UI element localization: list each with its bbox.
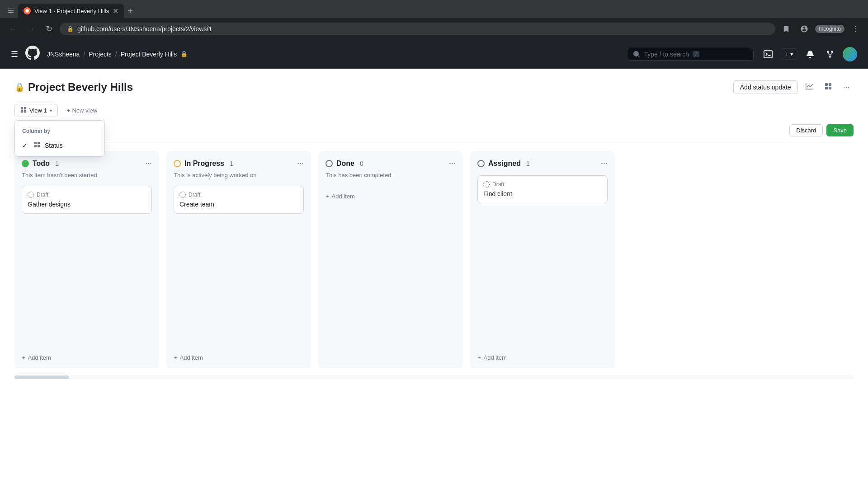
done-column-description: This has been completed	[326, 172, 456, 178]
search-placeholder: Type / to search	[644, 51, 689, 58]
todo-column-menu-button[interactable]: ···	[145, 159, 152, 168]
terminal-icon[interactable]	[761, 47, 775, 61]
assigned-column: Assigned 1 ··· Draft Find client + Add i…	[470, 151, 615, 368]
assigned-status-dot	[477, 160, 485, 167]
assigned-add-item-button[interactable]: + Add item	[477, 351, 608, 361]
active-tab[interactable]: View 1 · Project Beverly Hills ✕	[18, 4, 124, 18]
search-kbd-hint: /	[693, 51, 699, 57]
back-button[interactable]: ←	[5, 22, 20, 36]
breadcrumb-sep2: /	[115, 51, 117, 58]
search-icon	[633, 51, 640, 58]
menu-button[interactable]	[848, 22, 863, 36]
done-column-title: Done	[336, 160, 354, 168]
new-view-button[interactable]: + New view	[61, 105, 103, 116]
inprogress-column-title: In Progress	[184, 160, 224, 168]
view-tab-container: View 1 ▾ Column by ✓ Status	[14, 104, 58, 117]
breadcrumb-lock-icon: 🔒	[180, 51, 188, 57]
filter-bar: Discard Save	[14, 124, 854, 142]
assigned-card-0-draft-badge: Draft	[483, 181, 602, 188]
todo-column-description: This item hasn't been started	[22, 172, 152, 178]
assigned-add-icon: +	[477, 354, 481, 361]
done-add-item-button[interactable]: + Add item	[326, 189, 456, 200]
assigned-card-0[interactable]: Draft Find client	[477, 175, 608, 203]
add-status-button[interactable]: Add status update	[733, 80, 798, 94]
fork-button[interactable]	[823, 47, 837, 61]
view-1-tab[interactable]: View 1 ▾	[14, 104, 58, 117]
project-board: Todo 1 ··· This item hasn't been started…	[14, 151, 854, 375]
inprogress-add-label: Add item	[180, 354, 203, 361]
dropdown-status-label: Status	[45, 142, 63, 149]
plus-label: +	[785, 51, 788, 57]
scrollbar-thumb[interactable]	[14, 375, 69, 379]
notifications-button[interactable]	[803, 47, 817, 61]
address-bar[interactable]: 🔒 github.com/users/JNSsheena/projects/2/…	[60, 23, 775, 35]
discard-button[interactable]: Discard	[789, 124, 823, 136]
todo-card-0[interactable]: Draft Gather designs	[22, 186, 152, 214]
inprogress-column: In Progress 1 ··· This is actively being…	[166, 151, 311, 368]
breadcrumb-user[interactable]: JNSsheena	[47, 51, 80, 58]
todo-column-header: Todo 1 ···	[22, 159, 152, 168]
url-text: github.com/users/JNSsheena/projects/2/vi…	[77, 25, 212, 33]
incognito-badge: Incognito	[815, 25, 844, 33]
new-view-plus-icon: +	[67, 107, 71, 114]
hamburger-menu-button[interactable]: ☰	[11, 49, 18, 59]
view-tab-icon	[20, 107, 27, 114]
inprogress-add-item-button[interactable]: + Add item	[174, 351, 304, 361]
breadcrumb-project: Project Beverly Hills	[121, 51, 177, 58]
done-column-header: Done 0 ···	[326, 159, 456, 168]
inprogress-column-count: 1	[230, 160, 233, 167]
dropdown-status-item[interactable]: ✓ Status	[15, 138, 104, 153]
bookmark-button[interactable]	[779, 22, 793, 36]
check-icon: ✓	[22, 142, 29, 149]
tab-close-button[interactable]: ✕	[113, 7, 118, 15]
filter-input[interactable]	[25, 125, 786, 136]
tab-list-button[interactable]	[4, 4, 18, 18]
todo-column-title: Todo	[33, 160, 50, 168]
todo-add-item-button[interactable]: + Add item	[22, 351, 152, 361]
svg-point-2	[855, 28, 856, 29]
inprogress-card-0-draft-label: Draft	[189, 192, 200, 198]
draft-icon	[28, 192, 34, 198]
global-search[interactable]: Type / to search /	[627, 48, 754, 61]
inprogress-column-menu-button[interactable]: ···	[297, 159, 304, 168]
done-column: Done 0 ··· This has been completed + Add…	[318, 151, 463, 368]
status-field-icon	[34, 141, 40, 149]
column-by-dropdown: Column by ✓ Status	[14, 120, 105, 157]
todo-card-0-draft-label: Draft	[37, 192, 48, 198]
breadcrumb: JNSsheena / Projects / Project Beverly H…	[47, 51, 188, 58]
view-tab-label: View 1	[29, 107, 47, 114]
project-more-options-button[interactable]: ···	[840, 80, 854, 94]
tab-title: View 1 · Project Beverly Hills	[34, 8, 109, 14]
view-tab-chevron-icon: ▾	[50, 108, 52, 113]
inprogress-column-header: In Progress 1 ···	[174, 159, 304, 168]
forward-button[interactable]: →	[24, 22, 38, 36]
todo-column: Todo 1 ··· This item hasn't been started…	[14, 151, 159, 368]
dropdown-header: Column by	[15, 124, 104, 138]
horizontal-scrollbar[interactable]	[14, 375, 854, 379]
new-item-button[interactable]: + ▾	[781, 48, 797, 60]
chart-button[interactable]	[802, 80, 817, 95]
done-add-icon: +	[326, 193, 329, 200]
done-column-count: 0	[360, 160, 363, 167]
inprogress-card-0-draft-badge: Draft	[179, 192, 298, 198]
new-tab-button[interactable]: +	[124, 6, 137, 16]
reload-button[interactable]: ↻	[42, 22, 56, 36]
todo-card-0-title: Gather designs	[28, 201, 146, 208]
breadcrumb-sep1: /	[83, 51, 85, 58]
save-button[interactable]: Save	[826, 124, 854, 136]
profile-button[interactable]	[797, 22, 811, 36]
user-avatar[interactable]	[843, 47, 857, 61]
svg-point-1	[855, 26, 856, 27]
draft-icon	[483, 181, 490, 188]
done-status-dot	[326, 160, 333, 167]
ssl-lock-icon: 🔒	[67, 26, 74, 32]
done-column-menu-button[interactable]: ···	[449, 159, 456, 168]
new-view-label: New view	[72, 107, 97, 114]
todo-column-count: 1	[55, 160, 59, 167]
inprogress-card-0[interactable]: Draft Create team	[174, 186, 304, 214]
grid-button[interactable]	[821, 80, 836, 95]
breadcrumb-projects[interactable]: Projects	[89, 51, 112, 58]
plus-chevron-icon: ▾	[790, 51, 793, 57]
github-logo[interactable]	[25, 46, 40, 63]
assigned-column-menu-button[interactable]: ···	[601, 159, 608, 168]
